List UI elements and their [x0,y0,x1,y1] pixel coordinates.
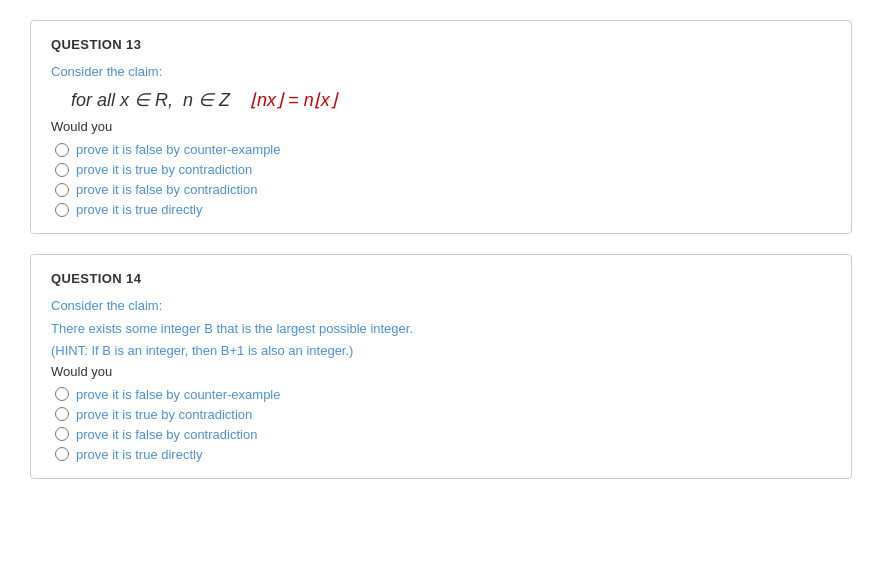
q13-option-d-label: prove it is true directly [76,202,202,217]
q14-consider-label: Consider the claim: [51,298,831,313]
q14-option-c[interactable]: prove it is false by contradiction [55,427,831,442]
q14-hint: (HINT: If B is an integer, then B+1 is a… [51,343,831,358]
q14-option-a-label: prove it is false by counter-example [76,387,280,402]
q14-option-b[interactable]: prove it is true by contradiction [55,407,831,422]
q14-radio-c[interactable] [55,427,69,441]
q14-option-d[interactable]: prove it is true directly [55,447,831,462]
q13-formula-eq: ⌊nx⌋ = n⌊x⌋ [250,89,337,111]
q13-radio-b[interactable] [55,163,69,177]
q14-options: prove it is false by counter-example pro… [55,387,831,462]
q14-option-c-label: prove it is false by contradiction [76,427,257,442]
q14-option-b-label: prove it is true by contradiction [76,407,252,422]
q13-would-you: Would you [51,119,831,134]
q13-option-c-label: prove it is false by contradiction [76,182,257,197]
q13-radio-a[interactable] [55,143,69,157]
question-13-block: QUESTION 13 Consider the claim: for all … [30,20,852,234]
q13-radio-c[interactable] [55,183,69,197]
q14-would-you: Would you [51,364,831,379]
question-14-title: QUESTION 14 [51,271,831,286]
q13-option-b-label: prove it is true by contradiction [76,162,252,177]
q14-radio-a[interactable] [55,387,69,401]
q13-radio-d[interactable] [55,203,69,217]
q14-radio-d[interactable] [55,447,69,461]
q14-radio-b[interactable] [55,407,69,421]
q14-option-d-label: prove it is true directly [76,447,202,462]
q14-option-a[interactable]: prove it is false by counter-example [55,387,831,402]
q13-option-d[interactable]: prove it is true directly [55,202,831,217]
q13-option-a-label: prove it is false by counter-example [76,142,280,157]
q13-formula-vars: for all x ∈ R, n ∈ Z [71,89,230,111]
q13-formula: for all x ∈ R, n ∈ Z ⌊nx⌋ = n⌊x⌋ [71,89,831,111]
q14-claim-line1: There exists some integer B that is the … [51,319,831,339]
q13-option-a[interactable]: prove it is false by counter-example [55,142,831,157]
question-13-title: QUESTION 13 [51,37,831,52]
q13-consider-label: Consider the claim: [51,64,831,79]
q13-option-b[interactable]: prove it is true by contradiction [55,162,831,177]
question-14-block: QUESTION 14 Consider the claim: There ex… [30,254,852,479]
q13-option-c[interactable]: prove it is false by contradiction [55,182,831,197]
q13-options: prove it is false by counter-example pro… [55,142,831,217]
